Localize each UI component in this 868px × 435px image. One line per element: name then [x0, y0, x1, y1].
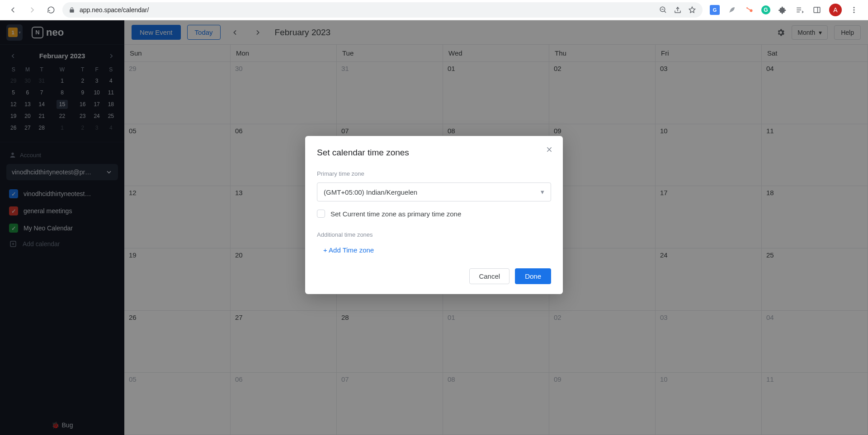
profile-avatar[interactable]: A — [829, 4, 842, 16]
forward-button[interactable] — [24, 2, 40, 18]
panel-icon[interactable] — [812, 5, 822, 15]
extensions-icon[interactable] — [778, 5, 788, 15]
timezone-modal: Set calendar time zones Primary time zon… — [305, 136, 563, 294]
zoom-out-icon[interactable] — [659, 6, 667, 14]
modal-title: Set calendar time zones — [317, 148, 551, 158]
address-bar[interactable]: app.neo.space/calendar/ — [62, 2, 703, 18]
share-icon[interactable] — [674, 6, 682, 14]
back-button[interactable] — [5, 2, 21, 18]
url-text: app.neo.space/calendar/ — [80, 6, 149, 14]
svg-point-6 — [854, 12, 855, 13]
svg-point-4 — [854, 7, 855, 8]
set-current-timezone-row[interactable]: Set Current time zone as primary time zo… — [317, 210, 551, 218]
menu-icon[interactable] — [849, 5, 859, 15]
set-current-label: Set Current time zone as primary time zo… — [330, 210, 461, 218]
avatar-letter: A — [833, 6, 837, 14]
feather-icon[interactable] — [727, 5, 737, 15]
lock-icon — [69, 7, 75, 13]
add-timezone-button[interactable]: + Add Time zone — [317, 246, 551, 254]
star-icon[interactable] — [688, 6, 696, 14]
app-root: 1 ▾ N neo February 2023 SMTWTFS293031123… — [0, 20, 868, 435]
grammarly-icon[interactable]: G — [761, 5, 770, 14]
reload-button[interactable] — [43, 2, 59, 18]
translate-icon[interactable]: G — [710, 5, 720, 15]
checkbox-icon[interactable] — [317, 210, 325, 218]
modal-close-button[interactable] — [546, 146, 553, 153]
extension-icons: G G A — [706, 4, 863, 16]
dropdown-icon: ▾ — [541, 188, 544, 196]
cancel-button[interactable]: Cancel — [469, 268, 509, 284]
primary-timezone-select[interactable]: (GMT+05:00) Indian/Kerguelen ▾ — [317, 182, 551, 201]
primary-timezone-label: Primary time zone — [317, 170, 551, 177]
hubspot-icon[interactable] — [744, 5, 754, 15]
additional-timezones-label: Additional time zones — [317, 231, 551, 238]
playlist-icon[interactable] — [795, 5, 805, 15]
browser-toolbar: app.neo.space/calendar/ G G A — [0, 0, 868, 20]
svg-point-5 — [854, 9, 855, 11]
done-button[interactable]: Done — [515, 268, 551, 284]
primary-timezone-value: (GMT+05:00) Indian/Kerguelen — [324, 188, 417, 196]
svg-rect-3 — [814, 7, 820, 13]
